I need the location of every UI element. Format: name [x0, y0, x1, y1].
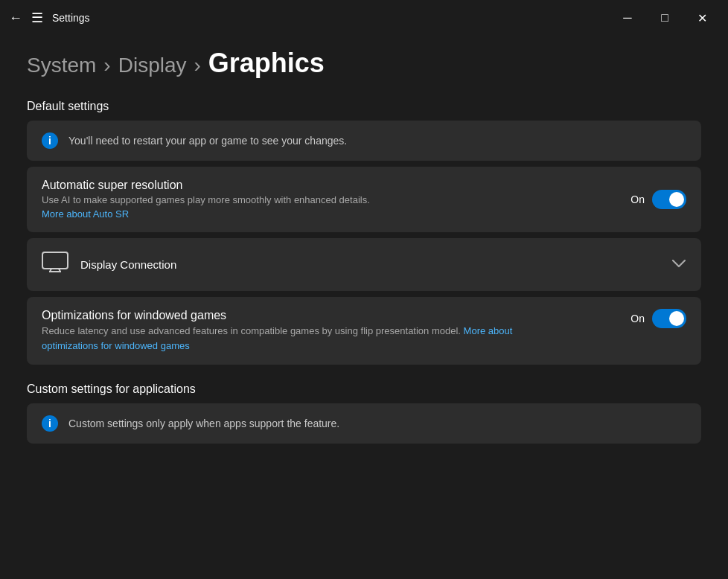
breadcrumb-sep-2: ›: [194, 54, 201, 77]
custom-settings-title: Custom settings for applications: [27, 383, 701, 396]
custom-settings-section: Custom settings for applications i Custo…: [27, 383, 701, 444]
back-button[interactable]: ←: [9, 10, 22, 26]
display-connection-title: Display Connection: [80, 258, 176, 271]
custom-info-text: Custom settings only apply when apps sup…: [68, 418, 339, 429]
auto-sr-link[interactable]: More about Auto SR: [42, 208, 129, 220]
optimizations-card: Optimizations for windowed games Reduce …: [27, 297, 701, 365]
auto-sr-row: Automatic super resolution Use AI to mak…: [42, 179, 686, 220]
default-settings-title: Default settings: [27, 100, 701, 113]
auto-sr-text: Automatic super resolution Use AI to mak…: [42, 179, 370, 220]
info-card: i You'll need to restart your app or gam…: [27, 121, 701, 161]
optimizations-row: Optimizations for windowed games Reduce …: [42, 309, 686, 353]
breadcrumb-graphics: Graphics: [208, 48, 325, 79]
main-content: System › Display › Graphics Default sett…: [0, 36, 728, 579]
minimize-button[interactable]: ─: [610, 6, 645, 30]
breadcrumb-sep-1: ›: [103, 54, 110, 77]
close-button[interactable]: ✕: [685, 6, 719, 30]
info-icon: i: [42, 132, 58, 149]
custom-info-icon: i: [42, 415, 58, 432]
optimizations-desc: Reduce latency and use advanced features…: [42, 324, 563, 353]
auto-sr-toggle-knob: [669, 192, 684, 207]
titlebar-left: ← ☰ Settings: [9, 10, 90, 26]
optimizations-toggle[interactable]: [652, 309, 686, 328]
display-connection-card[interactable]: Display Connection: [27, 238, 701, 291]
auto-sr-title: Automatic super resolution: [42, 179, 370, 192]
display-connection-left: Display Connection: [42, 252, 176, 278]
titlebar-title: Settings: [52, 12, 90, 24]
optimizations-text: Optimizations for windowed games Reduce …: [42, 309, 630, 353]
auto-sr-toggle[interactable]: [652, 190, 686, 209]
auto-sr-toggle-wrapper: On: [630, 190, 686, 209]
optimizations-toggle-knob: [669, 311, 684, 326]
svg-rect-0: [42, 252, 68, 269]
breadcrumb-display[interactable]: Display: [118, 54, 187, 77]
optimizations-toggle-label: On: [630, 313, 645, 324]
info-card-text: You'll need to restart your app or game …: [68, 135, 347, 147]
auto-sr-card: Automatic super resolution Use AI to mak…: [27, 167, 701, 232]
display-connection-chevron: [671, 257, 686, 272]
breadcrumb-system[interactable]: System: [27, 54, 96, 77]
maximize-button[interactable]: □: [648, 6, 682, 30]
breadcrumb: System › Display › Graphics: [27, 48, 701, 79]
menu-button[interactable]: ☰: [31, 10, 43, 26]
titlebar: ← ☰ Settings ─ □ ✕: [0, 0, 728, 36]
optimizations-title: Optimizations for windowed games: [42, 309, 630, 322]
auto-sr-desc: Use AI to make supported games play more…: [42, 193, 370, 207]
custom-info-card: i Custom settings only apply when apps s…: [27, 403, 701, 444]
auto-sr-toggle-label: On: [630, 193, 645, 205]
monitor-icon: [42, 252, 68, 278]
titlebar-controls: ─ □ ✕: [610, 6, 719, 30]
optimizations-toggle-wrapper: On: [630, 309, 686, 328]
